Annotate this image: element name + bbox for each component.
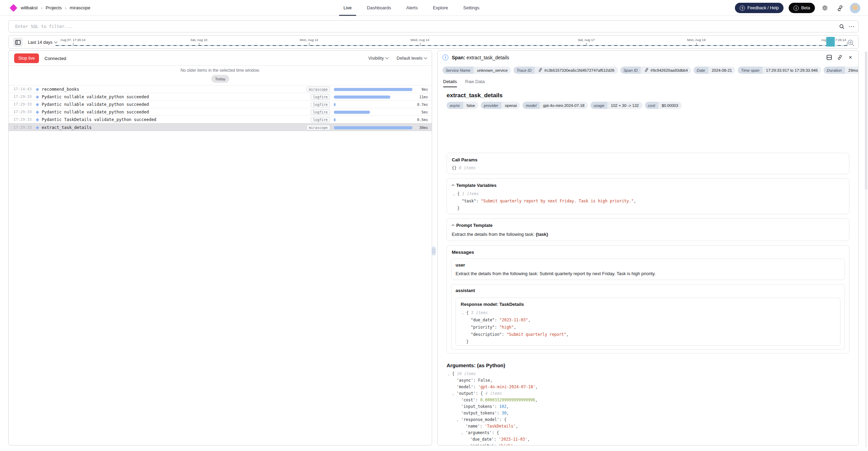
- today-badge[interactable]: Today: [211, 75, 229, 83]
- badge-value: openai: [501, 102, 520, 109]
- call-params-title: Call Params: [452, 157, 477, 162]
- row-name: Pydantic TaskDetails validate_python suc…: [42, 117, 156, 122]
- chevron-right-icon: [65, 5, 67, 11]
- timeline-strip[interactable]: Aug 07, 17:26:14Sat, Aug 10Mon, Aug 12We…: [56, 36, 848, 49]
- chevron-up-icon[interactable]: [451, 224, 454, 227]
- json-tree-line: 'name': 'TaskDetails',: [447, 423, 849, 430]
- json-segment: :: [480, 424, 485, 429]
- json-segment: 102: [499, 404, 507, 409]
- tab-settings[interactable]: Settings: [459, 0, 484, 16]
- chevron-up-icon[interactable]: [451, 184, 454, 187]
- json-segment: : {: [492, 430, 499, 435]
- breadcrumb-project[interactable]: mirascope: [70, 5, 90, 10]
- json-segment: {: [457, 191, 460, 196]
- collapse-caret-icon[interactable]: ⌄: [453, 190, 457, 198]
- row-scope-tag: logfire: [311, 117, 330, 122]
- list-item[interactable]: 17:29:33Pydantic nullable validate_pytho…: [9, 108, 432, 116]
- badge-label: Date: [694, 67, 708, 74]
- collapse-caret-icon[interactable]: ⌄: [448, 371, 452, 377]
- tab-details[interactable]: Details: [443, 79, 457, 87]
- default-levels-dropdown[interactable]: Default levels: [397, 56, 427, 61]
- list-item[interactable]: 17:14:43recommend_booksmirascope9ms: [9, 86, 432, 93]
- json-segment: ,: [527, 437, 530, 442]
- breadcrumb-org[interactable]: willbakst: [21, 5, 38, 10]
- search-icon[interactable]: [837, 22, 847, 31]
- list-item[interactable]: 17:29:33Pydantic nullable validate_pytho…: [9, 93, 432, 101]
- json-segment: 0.000033299999999999996: [480, 398, 535, 402]
- panel-resize-handle[interactable]: [431, 247, 436, 255]
- chevron-right-icon: [41, 5, 42, 11]
- time-range-dropdown[interactable]: Last 14 days: [28, 36, 57, 49]
- json-segment: 4 items: [485, 391, 502, 396]
- json-segment: "2023-11-03": [499, 318, 528, 322]
- json-segment: :: [502, 332, 507, 337]
- span-meta-badge[interactable]: Trace ID#c3b5157330ea5c1fd4572747af512d2…: [513, 67, 618, 74]
- json-segment: ,: [634, 199, 636, 203]
- split-view-icon[interactable]: [826, 54, 832, 60]
- row-name: Pydantic nullable validate_python succee…: [42, 110, 149, 114]
- json-segment: 'TaskDetails': [485, 424, 516, 429]
- row-duration: 5ms: [407, 110, 428, 114]
- list-item[interactable]: 17:29:33extract_task_detailsmirascope30m…: [9, 123, 432, 131]
- span-diamond-icon: [36, 118, 39, 121]
- timeline-selection[interactable]: [826, 37, 835, 47]
- assistant-message-card: assistant Response model: TaskDetails ⌄{…: [451, 284, 845, 350]
- span-panel-title: Span: extract_task_details: [452, 55, 509, 60]
- timeline-bar: Last 14 days Aug 07, 17:26:14Sat, Aug 10…: [8, 35, 859, 49]
- avatar[interactable]: [850, 3, 860, 13]
- theme-toggle-icon[interactable]: [820, 3, 830, 13]
- span-diamond-icon: [36, 110, 39, 114]
- brand-logo-icon[interactable]: [10, 4, 18, 12]
- json-segment: 10 items: [455, 371, 476, 376]
- close-icon[interactable]: [847, 54, 854, 60]
- list-item[interactable]: 17:29:33Pydantic nullable validate_pytho…: [9, 101, 432, 108]
- badge-label: cost: [645, 102, 658, 109]
- span-attr-badge: usage102 + 30 -> 132: [590, 102, 642, 109]
- prompt-template-text: Extract the details from the following t…: [452, 232, 548, 237]
- timeline-tick-label: Aug 07, 17:26:14: [60, 38, 85, 42]
- prompt-template-title: Prompt Template: [452, 223, 492, 228]
- json-segment: "due_date": [471, 318, 495, 322]
- timeline-tick-label: Sat, Aug 17: [578, 38, 595, 42]
- row-duration: 0.7ms: [407, 102, 428, 107]
- share-link-icon[interactable]: [835, 3, 845, 13]
- call-params-count: 0 items: [459, 166, 476, 170]
- arguments-heading: Arguments: (as Python): [447, 362, 505, 368]
- breadcrumb-projects[interactable]: Projects: [46, 5, 62, 10]
- row-duration: 9ms: [407, 87, 428, 91]
- tab-alerts[interactable]: Alerts: [402, 0, 422, 16]
- row-timestamp: 17:29:33: [13, 94, 32, 99]
- tab-live[interactable]: Live: [339, 0, 356, 16]
- tab-explore[interactable]: Explore: [428, 0, 452, 16]
- feedback-help-button[interactable]: ? Feedback / Help: [735, 3, 784, 13]
- beta-button[interactable]: i Beta: [789, 3, 815, 13]
- collapse-caret-icon[interactable]: ⌄: [452, 390, 457, 397]
- more-menu-icon[interactable]: [847, 22, 856, 31]
- json-segment: '2023-11-03': [499, 437, 527, 442]
- timeline-tick: [199, 43, 199, 46]
- copy-link-icon[interactable]: [837, 54, 843, 60]
- zoom-in-icon[interactable]: [846, 38, 856, 48]
- collapse-caret-icon[interactable]: ⌄: [461, 430, 466, 436]
- page-scrollbar-thumb[interactable]: [865, 52, 867, 190]
- stop-live-button[interactable]: Stop live: [14, 53, 39, 63]
- badge-value: $0.00003: [658, 102, 682, 109]
- tab-dashboards[interactable]: Dashboards: [362, 0, 396, 16]
- collapse-caret-icon[interactable]: ⌄: [462, 309, 466, 317]
- json-tree-line: ⌄{ 3 items: [461, 309, 835, 317]
- span-meta-badge[interactable]: Span ID#9c942620aa93dbb4: [620, 67, 691, 74]
- list-item[interactable]: 17:29:33Pydantic TaskDetails validate_py…: [9, 116, 432, 123]
- sidebar-toggle-button[interactable]: [13, 38, 23, 47]
- main-nav: Live Dashboards Alerts Explore Settings: [339, 0, 484, 16]
- row-duration-bar: [334, 88, 412, 91]
- collapse-caret-icon[interactable]: ⌄: [457, 417, 461, 423]
- badge-value: unknown_service: [473, 67, 511, 74]
- tab-raw-data[interactable]: Raw Data: [465, 79, 485, 87]
- json-segment: 'input_tokens': [461, 404, 495, 409]
- badge-value: gpt-4o-mini-2024-07-18: [540, 102, 588, 109]
- span-attr-badge: modelgpt-4o-mini-2024-07-18: [522, 102, 588, 109]
- json-segment: ,: [507, 411, 509, 415]
- sql-filter-input[interactable]: [9, 24, 837, 29]
- link-icon: [538, 68, 542, 73]
- visibility-dropdown[interactable]: Visibility: [368, 56, 388, 61]
